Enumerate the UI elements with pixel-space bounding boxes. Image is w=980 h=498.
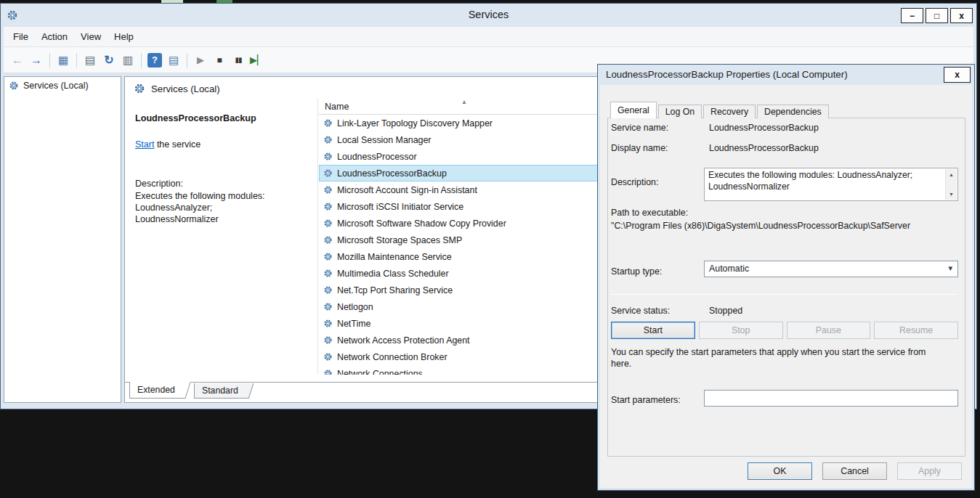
tree-item-services-local[interactable]: Services (Local) xyxy=(4,77,121,93)
dialog-tab-label: Recovery xyxy=(710,107,748,117)
window-title: Services xyxy=(1,9,976,20)
stop-service-icon[interactable]: ■ xyxy=(211,52,228,69)
service-gear-icon xyxy=(323,202,333,211)
description-text: Executes the following modules:LoudnessA… xyxy=(135,190,265,225)
view-tab[interactable]: Extended xyxy=(129,382,184,399)
view-tab[interactable]: Standard xyxy=(194,383,247,399)
description-label: Description: xyxy=(135,179,183,189)
start-service-line: Start the service xyxy=(135,139,201,150)
service-gear-icon xyxy=(323,168,333,178)
view-tab-label: Extended xyxy=(137,385,175,395)
dialog-body: General Log On Recovery Dependencies Ser… xyxy=(600,85,972,488)
button-label: OK xyxy=(774,466,787,476)
dialog-tab[interactable]: Log On xyxy=(658,105,702,118)
button-label: Cancel xyxy=(841,466,869,476)
maximize-button[interactable]: □ xyxy=(926,8,948,23)
service-gear-icon xyxy=(323,118,333,128)
dialog-tab[interactable]: Dependencies xyxy=(757,105,829,118)
service-name-label: Net.Tcp Port Sharing Service xyxy=(337,285,453,295)
tree-item-label: Services (Local) xyxy=(23,81,89,91)
service-gear-icon xyxy=(323,235,333,245)
toolbar-separator xyxy=(141,53,142,68)
properties-dialog: LoudnessProcessorBackup Properties (Loca… xyxy=(597,64,975,491)
service-gear-icon xyxy=(323,285,333,295)
service-name-label: Local Session Manager xyxy=(337,135,432,145)
dialog-tab-label: Dependencies xyxy=(764,107,822,117)
dialog-titlebar[interactable]: LoudnessProcessorBackup Properties (Loca… xyxy=(598,65,974,85)
service-name-label: Network Connections xyxy=(337,369,423,375)
services-gear-icon xyxy=(9,81,19,91)
start-service-suffix: the service xyxy=(154,139,201,150)
service-name-label: Microsoft iSCSI Initiator Service xyxy=(337,202,463,212)
back-icon[interactable]: ← xyxy=(9,52,26,69)
titlebar[interactable]: Services − □ x xyxy=(1,4,976,27)
dialog-tab[interactable]: General xyxy=(610,102,657,118)
properties-icon[interactable]: ▤ xyxy=(81,52,99,69)
service-gear-icon xyxy=(323,135,333,144)
show-action-pane-icon[interactable]: ▤ xyxy=(165,52,182,69)
restart-service-icon[interactable]: ▶▏ xyxy=(248,52,266,69)
service-name-label: NetTime xyxy=(337,319,370,329)
service-gear-icon xyxy=(323,369,333,375)
service-name-label: Link-Layer Topology Discovery Mapper xyxy=(337,118,493,128)
view-tab-label: Standard xyxy=(202,385,238,396)
description-line: LoudnessAnalyzer; xyxy=(135,202,265,213)
toolbar-separator xyxy=(187,53,187,68)
service-gear-icon xyxy=(323,352,333,362)
column-label: Name xyxy=(325,102,349,112)
description-line: LoudnessNormalizer xyxy=(135,213,265,225)
console-tree-panel: Services (Local) xyxy=(4,76,121,403)
help-icon[interactable]: ? xyxy=(147,53,162,68)
show-console-tree-icon[interactable]: ▦ xyxy=(54,52,72,69)
service-name-label: Network Connection Broker xyxy=(337,352,448,362)
service-gear-icon xyxy=(323,269,333,278)
menu-item[interactable]: File xyxy=(7,28,35,45)
dialog-footer-button[interactable]: Apply xyxy=(897,462,962,480)
menu-item[interactable]: Action xyxy=(35,28,74,45)
dialog-tab-label: Log On xyxy=(665,107,694,117)
dialog-tab[interactable]: Recovery xyxy=(703,105,756,118)
tab-page-frame xyxy=(607,118,965,457)
description-line: Executes the following modules: xyxy=(135,190,265,202)
dialog-footer-button[interactable]: OK xyxy=(748,462,812,480)
service-gear-icon xyxy=(323,319,333,328)
selected-service-name: LoudnessProcessorBackup xyxy=(135,113,256,123)
dialog-footer-button[interactable]: Cancel xyxy=(822,462,887,480)
export-list-icon[interactable]: ▥ xyxy=(119,52,137,69)
content-header: Services (Local) xyxy=(134,83,220,94)
service-name-label: Mozilla Maintenance Service xyxy=(337,252,452,262)
service-gear-icon xyxy=(323,302,333,311)
service-name-label: LoudnessProcessorBackup xyxy=(337,168,447,179)
services-gear-icon xyxy=(134,83,145,94)
forward-icon[interactable]: → xyxy=(28,52,45,69)
pane-divider xyxy=(317,99,318,375)
menu-bar: FileActionViewHelp xyxy=(4,27,973,47)
close-button[interactable]: x xyxy=(950,8,973,23)
toolbar-separator xyxy=(76,53,77,68)
service-name-label: Microsoft Account Sign-in Assistant xyxy=(337,185,477,195)
button-label: Apply xyxy=(918,466,941,476)
service-gear-icon xyxy=(323,185,333,195)
dialog-tabs: General Log On Recovery Dependencies xyxy=(610,102,829,118)
sort-ascending-icon: ▲ xyxy=(461,99,467,105)
dialog-tab-label: General xyxy=(617,105,649,115)
service-name-label: Netlogon xyxy=(337,302,373,312)
service-name-label: Multimedia Class Scheduler xyxy=(337,269,449,279)
start-service-link[interactable]: Start xyxy=(135,139,154,150)
dialog-footer-buttons: OK Cancel Apply xyxy=(748,462,962,480)
content-header-label: Services (Local) xyxy=(151,83,220,94)
menu-item[interactable]: View xyxy=(74,28,108,45)
service-gear-icon xyxy=(323,219,333,228)
start-service-icon[interactable]: ▶ xyxy=(192,52,209,69)
service-gear-icon xyxy=(323,335,333,345)
pause-service-icon[interactable]: ▮▮ xyxy=(230,52,247,69)
toolbar-separator xyxy=(49,53,50,68)
service-gear-icon xyxy=(323,152,333,161)
service-gear-icon xyxy=(323,252,333,261)
menu-item[interactable]: Help xyxy=(108,28,140,45)
refresh-icon[interactable]: ↻ xyxy=(100,52,118,69)
dialog-close-button[interactable]: x xyxy=(944,67,971,83)
service-name-label: LoudnessProcessor xyxy=(337,152,417,162)
dialog-title: LoudnessProcessorBackup Properties (Loca… xyxy=(606,69,848,80)
minimize-button[interactable]: − xyxy=(901,8,923,23)
